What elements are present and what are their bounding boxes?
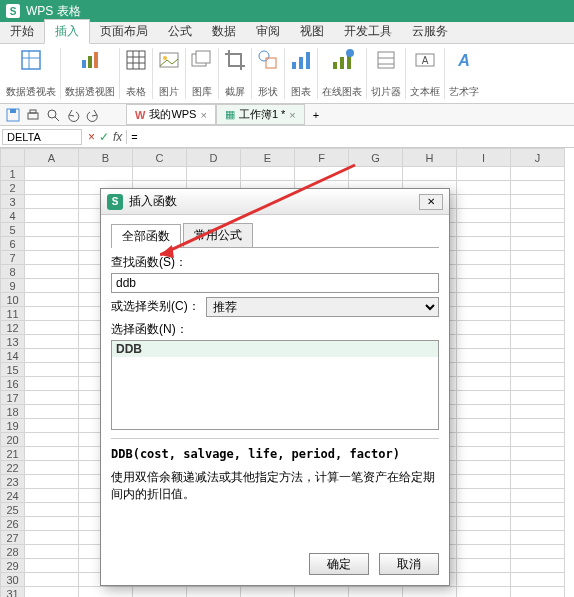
cell[interactable]: [241, 167, 295, 181]
cell[interactable]: [511, 195, 565, 209]
menu-tab-4[interactable]: 数据: [202, 20, 246, 43]
cell[interactable]: [457, 419, 511, 433]
cell[interactable]: [457, 587, 511, 598]
cell[interactable]: [133, 587, 187, 598]
row-header[interactable]: 4: [1, 209, 25, 223]
cell[interactable]: [511, 545, 565, 559]
cell[interactable]: [25, 307, 79, 321]
menu-tab-2[interactable]: 页面布局: [90, 20, 158, 43]
cell[interactable]: [133, 167, 187, 181]
cell[interactable]: [457, 279, 511, 293]
cell[interactable]: [457, 307, 511, 321]
cell[interactable]: [511, 517, 565, 531]
cell[interactable]: [457, 559, 511, 573]
row-header[interactable]: 11: [1, 307, 25, 321]
row-header[interactable]: 15: [1, 363, 25, 377]
redo-icon[interactable]: [86, 108, 100, 122]
cell[interactable]: [25, 587, 79, 598]
cell[interactable]: [511, 461, 565, 475]
col-header[interactable]: I: [457, 149, 511, 167]
row-header[interactable]: 30: [1, 573, 25, 587]
row-header[interactable]: 29: [1, 559, 25, 573]
cell[interactable]: [511, 405, 565, 419]
cell[interactable]: [511, 349, 565, 363]
undo-icon[interactable]: [66, 108, 80, 122]
row-header[interactable]: 9: [1, 279, 25, 293]
cell[interactable]: [25, 279, 79, 293]
cell[interactable]: [457, 237, 511, 251]
cell[interactable]: [457, 181, 511, 195]
menu-tab-1[interactable]: 插入: [44, 19, 90, 44]
cell[interactable]: [25, 475, 79, 489]
cell[interactable]: [25, 293, 79, 307]
ribbon-chart[interactable]: 图表: [285, 48, 318, 99]
accept-formula-icon[interactable]: ✓: [99, 130, 109, 144]
save-icon[interactable]: [6, 108, 20, 122]
ribbon-table[interactable]: 表格: [120, 48, 153, 99]
cell[interactable]: [457, 349, 511, 363]
cell[interactable]: [511, 307, 565, 321]
cell[interactable]: [511, 209, 565, 223]
row-header[interactable]: 18: [1, 405, 25, 419]
menu-tab-6[interactable]: 视图: [290, 20, 334, 43]
cell[interactable]: [457, 363, 511, 377]
preview-icon[interactable]: [46, 108, 60, 122]
row-header[interactable]: 21: [1, 447, 25, 461]
cell[interactable]: [25, 251, 79, 265]
ribbon-pivot-chart[interactable]: 数据透视图: [61, 48, 120, 99]
cell[interactable]: [457, 391, 511, 405]
row-header[interactable]: 1: [1, 167, 25, 181]
cell[interactable]: [511, 587, 565, 598]
row-header[interactable]: 6: [1, 237, 25, 251]
cell[interactable]: [25, 559, 79, 573]
cell[interactable]: [241, 587, 295, 598]
row-header[interactable]: 13: [1, 335, 25, 349]
cell[interactable]: [25, 335, 79, 349]
cell[interactable]: [457, 209, 511, 223]
row-header[interactable]: 19: [1, 419, 25, 433]
row-header[interactable]: 28: [1, 545, 25, 559]
ribbon-textbox[interactable]: A 文本框: [406, 48, 445, 99]
menu-tab-7[interactable]: 开发工具: [334, 20, 402, 43]
cell[interactable]: [25, 237, 79, 251]
cell[interactable]: [511, 433, 565, 447]
col-header[interactable]: G: [349, 149, 403, 167]
ribbon-wordart[interactable]: A 艺术字: [445, 48, 483, 99]
cell[interactable]: [403, 167, 457, 181]
cell[interactable]: [25, 363, 79, 377]
tab-common-formulas[interactable]: 常用公式: [183, 223, 253, 247]
cell[interactable]: [25, 503, 79, 517]
cell[interactable]: [457, 489, 511, 503]
row-header[interactable]: 10: [1, 293, 25, 307]
cell[interactable]: [511, 559, 565, 573]
col-header[interactable]: C: [133, 149, 187, 167]
row-header[interactable]: 31: [1, 587, 25, 598]
cell[interactable]: [295, 587, 349, 598]
ribbon-gallery[interactable]: 图库: [186, 48, 219, 99]
cell[interactable]: [403, 587, 457, 598]
close-icon[interactable]: ×: [289, 109, 295, 121]
cell[interactable]: [457, 377, 511, 391]
cell[interactable]: [457, 475, 511, 489]
row-header[interactable]: 5: [1, 223, 25, 237]
row-header[interactable]: 23: [1, 475, 25, 489]
cell[interactable]: [25, 447, 79, 461]
cell[interactable]: [25, 531, 79, 545]
cell[interactable]: [187, 587, 241, 598]
row-header[interactable]: 8: [1, 265, 25, 279]
cell[interactable]: [457, 265, 511, 279]
cell[interactable]: [457, 503, 511, 517]
dialog-titlebar[interactable]: S 插入函数 ✕: [101, 189, 449, 215]
cell[interactable]: [349, 167, 403, 181]
cell[interactable]: [25, 223, 79, 237]
cell[interactable]: [25, 461, 79, 475]
name-box[interactable]: [2, 129, 82, 145]
cell[interactable]: [295, 167, 349, 181]
cell[interactable]: [25, 405, 79, 419]
cell[interactable]: [457, 321, 511, 335]
list-item[interactable]: DDB: [112, 341, 438, 357]
ribbon-shapes[interactable]: 形状: [252, 48, 285, 99]
function-listbox[interactable]: DDB: [111, 340, 439, 430]
cell[interactable]: [457, 167, 511, 181]
cell[interactable]: [511, 573, 565, 587]
